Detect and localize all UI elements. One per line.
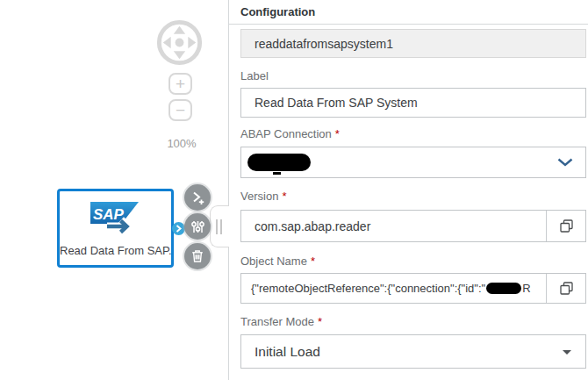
output-port[interactable] (172, 222, 185, 235)
label-text: Transfer Mode (240, 315, 314, 328)
add-port-icon (190, 190, 206, 206)
required-marker: * (282, 190, 286, 203)
version-label: Version* (240, 190, 286, 203)
object-name-field[interactable]: {"remoteObjectReference":{"connection":{… (240, 273, 586, 304)
transfer-mode-label: Transfer Mode* (240, 315, 322, 328)
operator-node-read-data-from-sap[interactable]: SAP Read Data From SAP... (57, 189, 174, 268)
version-value: com.sap.abap.reader (241, 219, 370, 233)
operator-id-field: readdatafromsapsystem1 (240, 29, 586, 58)
node-label: Read Data From SAP... (60, 244, 171, 257)
copy-icon (559, 281, 574, 296)
copy-object-name-button[interactable] (546, 274, 585, 303)
object-name-suffix: R (522, 282, 530, 295)
zoom-level: 100% (162, 137, 201, 150)
trash-icon (190, 248, 205, 264)
label-input-value: Read Data From SAP System (241, 96, 418, 110)
sap-logo-icon: SAP (89, 199, 143, 236)
sliders-icon (190, 219, 206, 235)
delete-node-button[interactable] (184, 243, 211, 269)
open-configuration-button[interactable] (184, 213, 211, 240)
zoom-out-button[interactable]: − (169, 99, 192, 121)
add-port-button[interactable] (184, 184, 211, 211)
configuration-panel-header: Configuration (229, 0, 588, 25)
label-input[interactable]: Read Data From SAP System (240, 88, 586, 118)
required-marker: * (318, 315, 322, 328)
label-text: ABAP Connection (240, 127, 332, 140)
object-name-prefix: {"remoteObjectReference":{"connection":{… (251, 282, 485, 295)
transfer-mode-value: Initial Load (241, 344, 320, 360)
version-field: com.sap.abap.reader (240, 210, 586, 242)
grip-bar (220, 219, 222, 234)
copy-icon (559, 219, 574, 233)
required-marker: * (335, 127, 340, 140)
object-name-value: {"remoteObjectReference":{"connection":{… (241, 282, 546, 295)
dropdown-caret-icon (563, 350, 571, 355)
sap-logo-text: SAP (93, 206, 125, 223)
chevron-right-icon (174, 224, 183, 233)
configuration-panel: Configuration readdatafromsapsystem1 Lab… (228, 0, 588, 380)
label-text: Label (240, 69, 269, 82)
graph-canvas[interactable]: + − 100% SAP Read Data From SAP... (0, 0, 228, 380)
object-name-label: Object Name* (240, 255, 315, 268)
abap-connection-select[interactable] (240, 147, 586, 178)
abap-connection-label: ABAP Connection* (240, 127, 340, 140)
panel-resize-handle[interactable] (210, 205, 229, 247)
required-marker: * (311, 255, 315, 268)
zoom-in-button[interactable]: + (169, 73, 192, 95)
redacted-mark (273, 172, 281, 175)
operator-id-value: readdatafromsapsystem1 (241, 37, 393, 51)
label-text: Object Name (240, 255, 307, 268)
pan-compass-icon[interactable] (154, 18, 204, 68)
redacted-connection-value (247, 154, 311, 171)
copy-version-button[interactable] (546, 211, 585, 241)
grip-bar (216, 219, 218, 234)
panel-title: Configuration (240, 5, 315, 18)
label-field-label: Label (240, 69, 269, 82)
transfer-mode-select[interactable]: Initial Load (240, 334, 586, 369)
redacted-id-value (486, 283, 521, 294)
label-text: Version (240, 190, 278, 203)
chevron-down-icon (557, 158, 573, 167)
